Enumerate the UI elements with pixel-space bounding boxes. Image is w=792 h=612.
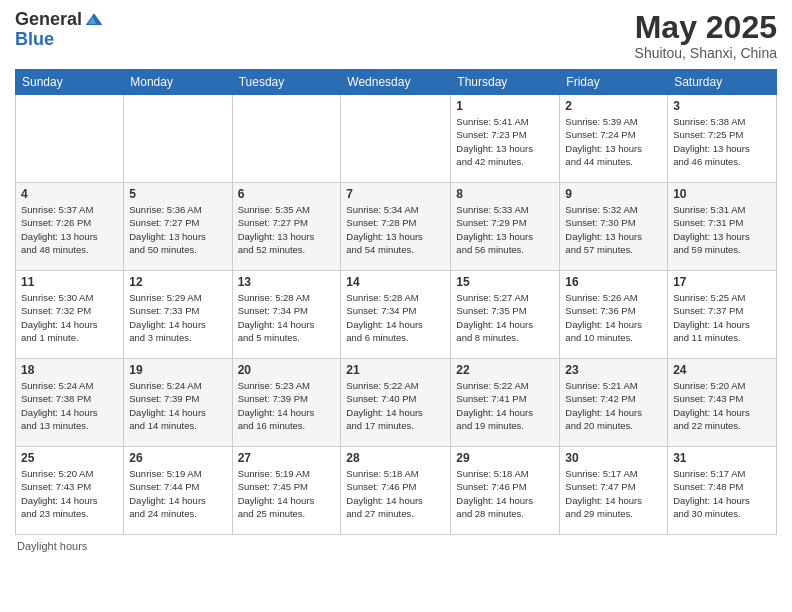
calendar-cell: 29Sunrise: 5:18 AM Sunset: 7:46 PM Dayli…: [451, 447, 560, 535]
calendar-cell: 2Sunrise: 5:39 AM Sunset: 7:24 PM Daylig…: [560, 95, 668, 183]
calendar-title: May 2025: [635, 10, 777, 45]
calendar-cell: 22Sunrise: 5:22 AM Sunset: 7:41 PM Dayli…: [451, 359, 560, 447]
day-info: Sunrise: 5:22 AM Sunset: 7:40 PM Dayligh…: [346, 379, 445, 432]
day-info: Sunrise: 5:19 AM Sunset: 7:45 PM Dayligh…: [238, 467, 336, 520]
header: General Blue May 2025 Shuitou, Shanxi, C…: [15, 10, 777, 61]
day-info: Sunrise: 5:33 AM Sunset: 7:29 PM Dayligh…: [456, 203, 554, 256]
day-info: Sunrise: 5:41 AM Sunset: 7:23 PM Dayligh…: [456, 115, 554, 168]
day-number: 19: [129, 363, 226, 377]
calendar-week-3: 11Sunrise: 5:30 AM Sunset: 7:32 PM Dayli…: [16, 271, 777, 359]
day-number: 22: [456, 363, 554, 377]
logo-blue-text: Blue: [15, 30, 104, 50]
calendar-cell: 24Sunrise: 5:20 AM Sunset: 7:43 PM Dayli…: [668, 359, 777, 447]
day-number: 3: [673, 99, 771, 113]
day-info: Sunrise: 5:25 AM Sunset: 7:37 PM Dayligh…: [673, 291, 771, 344]
day-info: Sunrise: 5:24 AM Sunset: 7:38 PM Dayligh…: [21, 379, 118, 432]
calendar-cell: 26Sunrise: 5:19 AM Sunset: 7:44 PM Dayli…: [124, 447, 232, 535]
calendar-cell: 14Sunrise: 5:28 AM Sunset: 7:34 PM Dayli…: [341, 271, 451, 359]
day-number: 24: [673, 363, 771, 377]
day-info: Sunrise: 5:20 AM Sunset: 7:43 PM Dayligh…: [21, 467, 118, 520]
day-info: Sunrise: 5:19 AM Sunset: 7:44 PM Dayligh…: [129, 467, 226, 520]
day-number: 29: [456, 451, 554, 465]
day-number: 2: [565, 99, 662, 113]
day-info: Sunrise: 5:35 AM Sunset: 7:27 PM Dayligh…: [238, 203, 336, 256]
calendar-cell: 10Sunrise: 5:31 AM Sunset: 7:31 PM Dayli…: [668, 183, 777, 271]
calendar-cell: 15Sunrise: 5:27 AM Sunset: 7:35 PM Dayli…: [451, 271, 560, 359]
calendar-cell: 17Sunrise: 5:25 AM Sunset: 7:37 PM Dayli…: [668, 271, 777, 359]
day-number: 10: [673, 187, 771, 201]
day-number: 16: [565, 275, 662, 289]
logo: General Blue: [15, 10, 104, 50]
day-number: 15: [456, 275, 554, 289]
weekday-header-saturday: Saturday: [668, 70, 777, 95]
day-info: Sunrise: 5:29 AM Sunset: 7:33 PM Dayligh…: [129, 291, 226, 344]
day-info: Sunrise: 5:31 AM Sunset: 7:31 PM Dayligh…: [673, 203, 771, 256]
day-info: Sunrise: 5:17 AM Sunset: 7:48 PM Dayligh…: [673, 467, 771, 520]
footer: Daylight hours: [15, 540, 777, 552]
weekday-header-monday: Monday: [124, 70, 232, 95]
calendar-cell: 25Sunrise: 5:20 AM Sunset: 7:43 PM Dayli…: [16, 447, 124, 535]
calendar-cell: 27Sunrise: 5:19 AM Sunset: 7:45 PM Dayli…: [232, 447, 341, 535]
day-number: 7: [346, 187, 445, 201]
day-info: Sunrise: 5:37 AM Sunset: 7:26 PM Dayligh…: [21, 203, 118, 256]
day-info: Sunrise: 5:39 AM Sunset: 7:24 PM Dayligh…: [565, 115, 662, 168]
day-number: 12: [129, 275, 226, 289]
calendar-cell: 16Sunrise: 5:26 AM Sunset: 7:36 PM Dayli…: [560, 271, 668, 359]
calendar-cell: 21Sunrise: 5:22 AM Sunset: 7:40 PM Dayli…: [341, 359, 451, 447]
calendar-cell: 3Sunrise: 5:38 AM Sunset: 7:25 PM Daylig…: [668, 95, 777, 183]
calendar-cell: [124, 95, 232, 183]
day-number: 31: [673, 451, 771, 465]
calendar-cell: 4Sunrise: 5:37 AM Sunset: 7:26 PM Daylig…: [16, 183, 124, 271]
day-info: Sunrise: 5:32 AM Sunset: 7:30 PM Dayligh…: [565, 203, 662, 256]
logo-icon: [84, 10, 104, 30]
day-info: Sunrise: 5:18 AM Sunset: 7:46 PM Dayligh…: [346, 467, 445, 520]
day-number: 20: [238, 363, 336, 377]
day-info: Sunrise: 5:22 AM Sunset: 7:41 PM Dayligh…: [456, 379, 554, 432]
day-info: Sunrise: 5:28 AM Sunset: 7:34 PM Dayligh…: [238, 291, 336, 344]
day-number: 18: [21, 363, 118, 377]
day-info: Sunrise: 5:38 AM Sunset: 7:25 PM Dayligh…: [673, 115, 771, 168]
calendar-cell: 5Sunrise: 5:36 AM Sunset: 7:27 PM Daylig…: [124, 183, 232, 271]
calendar-week-2: 4Sunrise: 5:37 AM Sunset: 7:26 PM Daylig…: [16, 183, 777, 271]
day-info: Sunrise: 5:23 AM Sunset: 7:39 PM Dayligh…: [238, 379, 336, 432]
calendar-week-1: 1Sunrise: 5:41 AM Sunset: 7:23 PM Daylig…: [16, 95, 777, 183]
daylight-label: Daylight hours: [17, 540, 87, 552]
title-block: May 2025 Shuitou, Shanxi, China: [635, 10, 777, 61]
calendar-cell: 19Sunrise: 5:24 AM Sunset: 7:39 PM Dayli…: [124, 359, 232, 447]
day-info: Sunrise: 5:27 AM Sunset: 7:35 PM Dayligh…: [456, 291, 554, 344]
calendar-cell: 28Sunrise: 5:18 AM Sunset: 7:46 PM Dayli…: [341, 447, 451, 535]
day-number: 17: [673, 275, 771, 289]
weekday-header-wednesday: Wednesday: [341, 70, 451, 95]
calendar-cell: 8Sunrise: 5:33 AM Sunset: 7:29 PM Daylig…: [451, 183, 560, 271]
day-number: 9: [565, 187, 662, 201]
day-number: 14: [346, 275, 445, 289]
page-container: General Blue May 2025 Shuitou, Shanxi, C…: [0, 0, 792, 562]
day-info: Sunrise: 5:24 AM Sunset: 7:39 PM Dayligh…: [129, 379, 226, 432]
day-number: 1: [456, 99, 554, 113]
day-info: Sunrise: 5:30 AM Sunset: 7:32 PM Dayligh…: [21, 291, 118, 344]
calendar-cell: 7Sunrise: 5:34 AM Sunset: 7:28 PM Daylig…: [341, 183, 451, 271]
day-info: Sunrise: 5:34 AM Sunset: 7:28 PM Dayligh…: [346, 203, 445, 256]
day-info: Sunrise: 5:21 AM Sunset: 7:42 PM Dayligh…: [565, 379, 662, 432]
day-number: 13: [238, 275, 336, 289]
day-number: 23: [565, 363, 662, 377]
day-info: Sunrise: 5:20 AM Sunset: 7:43 PM Dayligh…: [673, 379, 771, 432]
day-number: 21: [346, 363, 445, 377]
calendar-cell: 13Sunrise: 5:28 AM Sunset: 7:34 PM Dayli…: [232, 271, 341, 359]
calendar-cell: 6Sunrise: 5:35 AM Sunset: 7:27 PM Daylig…: [232, 183, 341, 271]
day-number: 6: [238, 187, 336, 201]
day-number: 26: [129, 451, 226, 465]
logo-general-text: General: [15, 10, 82, 30]
calendar-cell: 11Sunrise: 5:30 AM Sunset: 7:32 PM Dayli…: [16, 271, 124, 359]
day-number: 4: [21, 187, 118, 201]
day-number: 30: [565, 451, 662, 465]
calendar-cell: 23Sunrise: 5:21 AM Sunset: 7:42 PM Dayli…: [560, 359, 668, 447]
weekday-header-sunday: Sunday: [16, 70, 124, 95]
day-info: Sunrise: 5:36 AM Sunset: 7:27 PM Dayligh…: [129, 203, 226, 256]
calendar-cell: 18Sunrise: 5:24 AM Sunset: 7:38 PM Dayli…: [16, 359, 124, 447]
weekday-header-thursday: Thursday: [451, 70, 560, 95]
calendar-week-5: 25Sunrise: 5:20 AM Sunset: 7:43 PM Dayli…: [16, 447, 777, 535]
day-number: 8: [456, 187, 554, 201]
weekday-header-friday: Friday: [560, 70, 668, 95]
calendar-cell: 9Sunrise: 5:32 AM Sunset: 7:30 PM Daylig…: [560, 183, 668, 271]
